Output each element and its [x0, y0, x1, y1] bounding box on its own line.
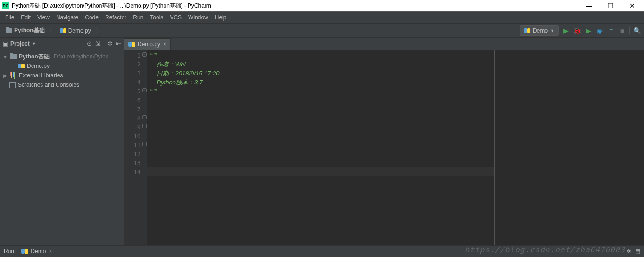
gutter-line: 9− [124, 123, 147, 132]
gutter-line: 4 [124, 78, 147, 87]
gutter-line: 2 [124, 60, 147, 69]
debug-button[interactable]: 🐞 [573, 26, 581, 35]
python-file-icon [128, 41, 135, 48]
menu-bar: File Edit View Navigate Code Refactor Ru… [0, 12, 644, 24]
fold-toggle-icon[interactable]: − [142, 52, 147, 57]
watermark: https://blog.csdn.net/zha6476003 [465, 245, 625, 254]
run-tab[interactable]: Demo × [17, 247, 56, 256]
menu-code[interactable]: Code [82, 13, 102, 22]
breadcrumb-file[interactable]: Demo.py [57, 26, 94, 35]
menu-file[interactable]: File [2, 13, 17, 22]
menu-vcs[interactable]: VCS [166, 13, 185, 22]
tree-external-libraries[interactable]: ▶ External Libraries [0, 71, 124, 80]
gutter-line: 10 [124, 132, 147, 141]
gutter-line: 1− [124, 51, 147, 60]
gutter-line: 5− [124, 87, 147, 96]
menu-help[interactable]: Help [212, 13, 230, 22]
python-file-icon [18, 63, 25, 69]
code-editor[interactable]: """ 作者：Wei 日期：2018/9/15 17:20 Python版本：3… [147, 50, 494, 245]
tree-scratches-label: Scratches and Consoles [18, 82, 79, 88]
code-line[interactable]: Python版本：3.7 [150, 78, 491, 87]
python-file-icon [21, 248, 28, 255]
project-tree: ▼ Python基础 D:\xuexi\python\Pytho Demo.py… [0, 50, 124, 91]
separator [629, 27, 630, 34]
tree-ext-lib-label: External Libraries [19, 72, 63, 79]
breadcrumb-root[interactable]: Python基础 [3, 25, 48, 35]
python-file-icon [524, 27, 530, 34]
gutter-line: 14 [124, 167, 147, 176]
event-log-icon[interactable]: ▤ [635, 248, 640, 255]
code-line[interactable]: """ [150, 87, 491, 96]
navigate-button[interactable]: ◉ [595, 26, 604, 35]
tree-file[interactable]: Demo.py [0, 61, 124, 71]
gutter-line: 6 [124, 96, 147, 105]
breadcrumb-root-label: Python基础 [14, 26, 45, 34]
code-line[interactable] [150, 114, 491, 123]
editor-area: Demo.py × 1−2345−678−9−1011−121314 """ 作… [124, 38, 644, 245]
project-title: Project [10, 41, 30, 47]
tree-scratches[interactable]: Scratches and Consoles [0, 80, 124, 90]
code-line[interactable] [150, 123, 491, 132]
close-tab-icon[interactable]: × [163, 41, 166, 48]
close-icon[interactable]: × [49, 248, 52, 255]
structure-button[interactable]: ≡ [607, 26, 615, 35]
gutter-line: 11− [124, 141, 147, 149]
code-line[interactable] [150, 105, 491, 114]
minimize-button[interactable]: — [578, 0, 600, 12]
code-line[interactable] [150, 132, 491, 141]
titlebar: PC Python基础 [D:\xuexi\python\Python基础] -… [0, 0, 644, 12]
menu-run[interactable]: Run [130, 13, 147, 22]
chevron-down-icon: ▼ [550, 28, 554, 33]
stop-button[interactable]: ■ [618, 26, 627, 35]
pycharm-app-icon: PC [2, 2, 9, 9]
menu-navigate[interactable]: Navigate [53, 13, 82, 22]
hide-icon[interactable]: ⇤ [116, 40, 121, 47]
run-config-selector[interactable]: Demo ▼ [520, 25, 559, 36]
search-everywhere-button[interactable]: 🔍 [633, 26, 641, 35]
chevron-right-icon[interactable]: ▶ [3, 73, 8, 78]
editor-tab[interactable]: Demo.py × [124, 38, 171, 50]
gutter-line: 7 [124, 105, 147, 114]
code-line[interactable] [150, 141, 491, 149]
project-header: ▣ Project ▼ ⊙ ⇲ ✲ ⇤ [0, 38, 124, 50]
breadcrumb: Python基础 〉 Demo.py 〉 [3, 25, 102, 35]
gear-icon[interactable]: ✲ [107, 40, 113, 47]
gear-icon[interactable]: ✲ [627, 248, 631, 255]
fold-toggle-icon[interactable]: − [142, 88, 147, 92]
tree-file-label: Demo.py [27, 63, 50, 69]
menu-edit[interactable]: Edit [17, 13, 34, 22]
fold-toggle-icon[interactable]: − [142, 115, 147, 119]
current-line-highlight [147, 167, 494, 176]
code-line[interactable] [150, 149, 491, 158]
code-line[interactable]: 日期：2018/9/15 17:20 [150, 69, 491, 78]
code-area: 1−2345−678−9−1011−121314 """ 作者：Wei 日期：2… [124, 50, 644, 245]
code-line[interactable]: 作者：Wei [150, 60, 491, 69]
close-button[interactable]: ✕ [621, 0, 643, 12]
menu-refactor[interactable]: Refactor [102, 13, 130, 22]
run-config-label: Demo [533, 27, 548, 34]
menu-view[interactable]: View [34, 13, 53, 22]
chevron-down-icon[interactable]: ▼ [32, 41, 36, 46]
run-button[interactable]: ▶ [561, 26, 570, 35]
project-tool-window: ▣ Project ▼ ⊙ ⇲ ✲ ⇤ ▼ Python基础 D:\xuexi\… [0, 38, 124, 245]
maximize-button[interactable]: ❐ [600, 0, 621, 12]
python-file-icon [60, 27, 66, 34]
code-line[interactable]: """ [150, 51, 491, 60]
window-controls: — ❐ ✕ [578, 0, 643, 12]
code-line[interactable] [150, 96, 491, 105]
menu-tools[interactable]: Tools [147, 13, 166, 22]
fold-toggle-icon[interactable]: − [142, 124, 147, 128]
collapse-icon[interactable]: ⊙ [87, 40, 92, 47]
locate-icon[interactable]: ⇲ [95, 40, 100, 47]
breadcrumb-sep-icon: 〉 [95, 26, 102, 35]
tree-root[interactable]: ▼ Python基础 D:\xuexi\python\Pytho [0, 52, 124, 61]
code-line[interactable] [150, 158, 491, 167]
main-body: ▣ Project ▼ ⊙ ⇲ ✲ ⇤ ▼ Python基础 D:\xuexi\… [0, 38, 644, 245]
menu-window[interactable]: Window [185, 13, 212, 22]
project-icon: ▣ [3, 41, 8, 47]
gutter-line: 12 [124, 149, 147, 158]
coverage-button[interactable]: ▶ [584, 26, 593, 35]
chevron-down-icon[interactable]: ▼ [3, 54, 8, 59]
fold-toggle-icon[interactable]: − [142, 142, 147, 146]
navigation-bar: Python基础 〉 Demo.py 〉 Demo ▼ ▶ 🐞 ▶ ◉ ≡ ■ … [0, 24, 644, 38]
